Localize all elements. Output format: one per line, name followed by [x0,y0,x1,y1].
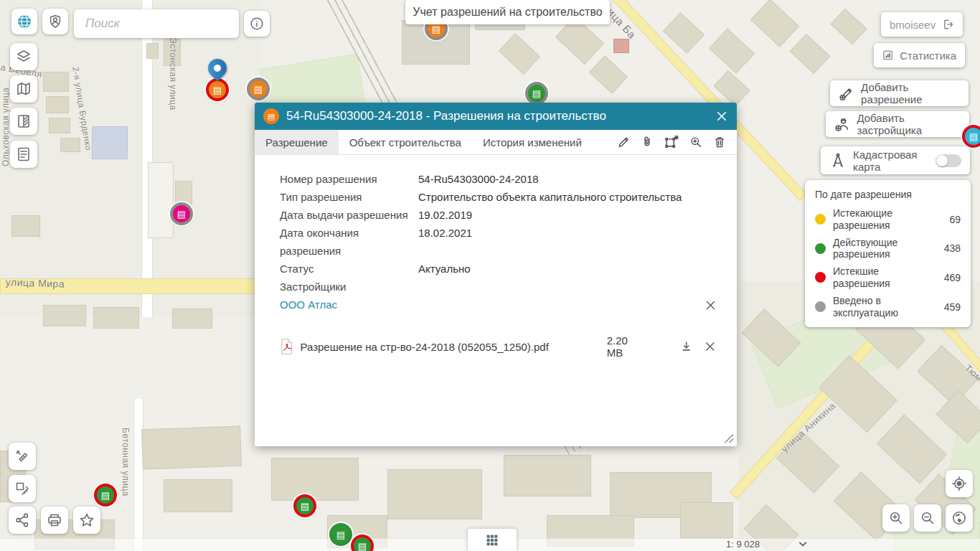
map-marker-permit-expired-selected[interactable] [206,78,229,101]
search-input[interactable] [84,16,248,32]
cadastral-map-panel: Кадастровая карта [821,146,970,174]
legend-item-commissioned[interactable]: Введено в эксплуатацию 459 [815,295,961,319]
map-marker-commissioned[interactable] [247,77,270,100]
green-dot-icon [815,243,826,254]
geolocate-button[interactable] [946,470,973,497]
attachment-size: 2.20 MB [607,334,646,359]
download-icon[interactable] [679,339,693,354]
legend-book-icon [15,113,32,130]
print-icon [46,512,63,529]
share-button[interactable] [9,507,36,534]
map-building [709,28,755,73]
map-scale-value: 1: 9 028 [726,539,760,550]
zoom-to-object-icon[interactable] [689,135,703,149]
layers-button[interactable] [10,43,37,70]
measure-distance-icon [14,448,31,465]
add-developer-icon [834,116,850,133]
bar-chart-icon [882,48,893,62]
remove-developer-icon[interactable] [705,299,717,311]
reports-button[interactable] [10,141,37,168]
legend-item-expired[interactable]: Истекшие разрешения 469 [815,265,961,290]
street-label: улица Мира [5,276,65,290]
map-themes-button[interactable] [10,75,37,103]
application-root: Эстонская улица 2-я улица Бурденко а Беб… [0,0,980,551]
legend-button[interactable] [10,108,37,135]
globe-icon [16,13,33,30]
legend-title: По дате разрешения [815,189,961,200]
street-label: Эстонская улица [168,37,178,110]
edit-geometry-icon[interactable] [664,134,679,150]
field-row: Дата выдачи разрешения 19.02.2019 [280,206,717,224]
user-menu-button[interactable]: bmoiseev [881,12,963,37]
map-building [146,43,159,59]
field-row: Статус Актуально [280,260,717,278]
field-value: Строительство объекта капитального строи… [418,188,717,206]
add-permit-button[interactable]: Добавить разрешение [830,80,969,106]
attachment-name[interactable]: Разрешение на стр-во-24-2018 (052055_125… [300,341,600,353]
dialog-title: 54-Ru54303000-24-2018 - Разрешения на ст… [286,109,708,123]
field-value: 54-Ru54303000-24-2018 [418,170,717,188]
map-building [148,162,174,238]
add-permit-icon [839,85,854,103]
close-icon[interactable] [715,110,728,123]
edit-icon[interactable] [616,135,631,149]
tab-history[interactable]: История изменений [472,130,593,154]
basemap-button[interactable] [11,9,37,34]
dialog-body: Номер разрешения 54-Ru54303000-24-2018 Т… [255,155,737,359]
field-row: Дата окончания разрешения 18.02.2021 [280,224,717,260]
map-building [387,469,482,519]
red-dot-icon [815,272,826,283]
field-label: Номер разрешения [280,170,418,188]
field-value: 19.02.2019 [418,206,717,224]
delete-icon[interactable] [712,135,727,149]
favorites-button[interactable] [73,507,100,534]
cadastral-map-toggle[interactable] [936,154,961,167]
search-bar [74,9,239,38]
yellow-dot-icon [815,214,826,225]
full-extent-button[interactable] [946,504,973,532]
print-button[interactable] [41,507,68,534]
attribute-table-button[interactable] [468,529,517,551]
field-value [418,278,717,296]
legend-label: Истекшие разрешения [833,265,937,290]
add-permit-label: Добавить разрешение [861,81,960,105]
resize-handle[interactable] [723,433,733,443]
scale-select[interactable] [795,537,811,551]
map-building [750,0,799,47]
measure-area-button[interactable] [9,475,36,502]
cadastral-map-label: Кадастровая карта [853,149,929,173]
legend-item-active[interactable]: Действующие разрешения 438 [815,237,961,261]
dialog-header[interactable]: 54-Ru54303000-24-2018 - Разрешения на ст… [255,103,737,130]
add-developer-label: Добавить застройщика [857,112,961,136]
developer-link[interactable]: ООО Атлас [280,296,337,314]
attach-icon[interactable] [640,135,654,149]
measure-distance-button[interactable] [9,443,36,470]
map-marker-permit[interactable] [94,484,117,507]
legend-label: Действующие разрешения [833,237,937,261]
zoom-out-button[interactable] [914,504,941,532]
add-developer-button[interactable]: Добавить застройщика [826,111,969,137]
street-label: Ольховская улица [1,88,11,166]
statistics-button[interactable]: Статистика [874,43,965,67]
map-marker-permit[interactable] [962,125,980,148]
field-value: 18.02.2021 [418,224,717,260]
legend-count: 469 [944,272,961,283]
tab-permit[interactable]: Разрешение [255,130,339,154]
legend-label: Введено в эксплуатацию [833,295,937,319]
statistics-label: Статистика [900,50,956,62]
legend-item-expiring[interactable]: Истекающие разрешения 69 [815,207,961,232]
map-marker-commissioned[interactable] [170,202,193,225]
map-marker-commissioned[interactable] [525,82,548,105]
gray-dot-icon [815,301,826,312]
tab-construction-object[interactable]: Объект строительства [339,130,472,154]
map-marker-permit[interactable] [293,494,316,517]
access-control-button[interactable] [42,9,68,34]
zoom-in-button[interactable] [882,504,910,532]
logout-icon [942,17,954,32]
map-area [0,0,260,317]
info-button[interactable] [244,11,270,37]
locate-icon [951,475,968,492]
pdf-icon [280,338,293,355]
remove-attachment-icon[interactable] [704,340,717,353]
map-marker-permit-active[interactable] [329,523,352,546]
